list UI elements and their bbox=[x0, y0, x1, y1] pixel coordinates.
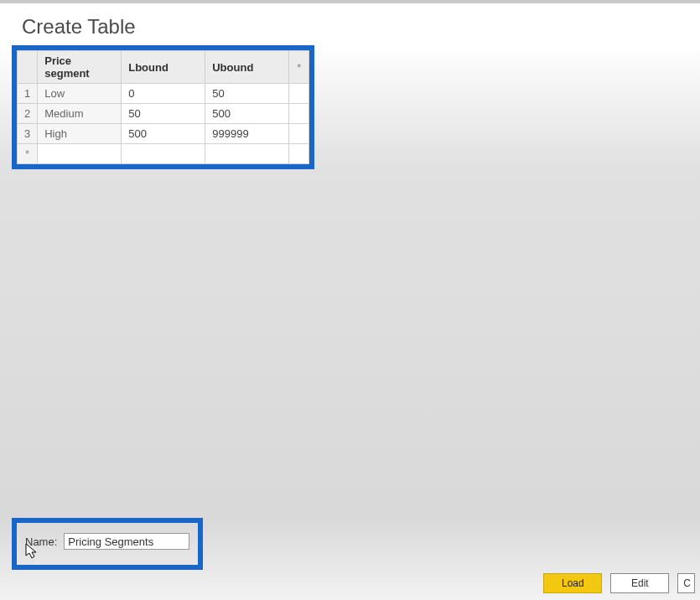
cell-price-segment[interactable]: Medium bbox=[38, 104, 122, 124]
table-highlight-box: Price segment Lbound Ubound * 1 Low 0 50… bbox=[12, 45, 314, 169]
cell-empty[interactable] bbox=[289, 144, 309, 164]
cell-empty[interactable] bbox=[122, 144, 205, 164]
cell-extra[interactable] bbox=[289, 84, 309, 104]
create-table-dialog: Create Table Price segment Lbound Ubound… bbox=[0, 0, 700, 600]
table-row: 1 Low 0 50 bbox=[18, 84, 309, 104]
column-header-ubound[interactable]: Ubound bbox=[205, 51, 289, 84]
column-header-lbound[interactable]: Lbound bbox=[122, 51, 205, 84]
add-column-button[interactable]: * bbox=[289, 51, 309, 84]
window-top-border bbox=[0, 0, 700, 3]
cell-ubound[interactable]: 500 bbox=[205, 104, 289, 124]
table-row: 2 Medium 50 500 bbox=[18, 104, 309, 124]
row-number: 2 bbox=[18, 104, 38, 124]
add-row-button[interactable]: * bbox=[18, 144, 38, 164]
cell-price-segment[interactable]: High bbox=[38, 124, 122, 144]
row-number-header bbox=[18, 51, 38, 84]
cell-extra[interactable] bbox=[289, 124, 309, 144]
edit-button[interactable]: Edit bbox=[610, 573, 669, 593]
column-header-price-segment[interactable]: Price segment bbox=[38, 51, 122, 84]
cell-lbound[interactable]: 50 bbox=[122, 104, 205, 124]
cell-ubound[interactable]: 999999 bbox=[205, 124, 289, 144]
row-number: 3 bbox=[18, 124, 38, 144]
add-row[interactable]: * bbox=[18, 144, 309, 164]
table-header-row: Price segment Lbound Ubound * bbox=[18, 51, 309, 84]
table-row: 3 High 500 999999 bbox=[18, 124, 309, 144]
row-number: 1 bbox=[18, 84, 38, 104]
cell-empty[interactable] bbox=[205, 144, 289, 164]
cell-extra[interactable] bbox=[289, 104, 309, 124]
load-button[interactable]: Load bbox=[543, 573, 602, 593]
table-name-input[interactable] bbox=[64, 533, 189, 550]
dialog-title: Create Table bbox=[0, 0, 700, 52]
name-label: Name: bbox=[25, 535, 57, 548]
cell-lbound[interactable]: 500 bbox=[122, 124, 205, 144]
cell-empty[interactable] bbox=[38, 144, 122, 164]
dialog-footer: Load Edit C bbox=[543, 573, 700, 593]
name-highlight-box: Name: bbox=[12, 518, 203, 570]
cancel-button[interactable]: C bbox=[677, 573, 695, 593]
cell-ubound[interactable]: 50 bbox=[205, 84, 289, 104]
cell-price-segment[interactable]: Low bbox=[38, 84, 122, 104]
data-entry-table[interactable]: Price segment Lbound Ubound * 1 Low 0 50… bbox=[17, 50, 309, 164]
cell-lbound[interactable]: 0 bbox=[122, 84, 205, 104]
